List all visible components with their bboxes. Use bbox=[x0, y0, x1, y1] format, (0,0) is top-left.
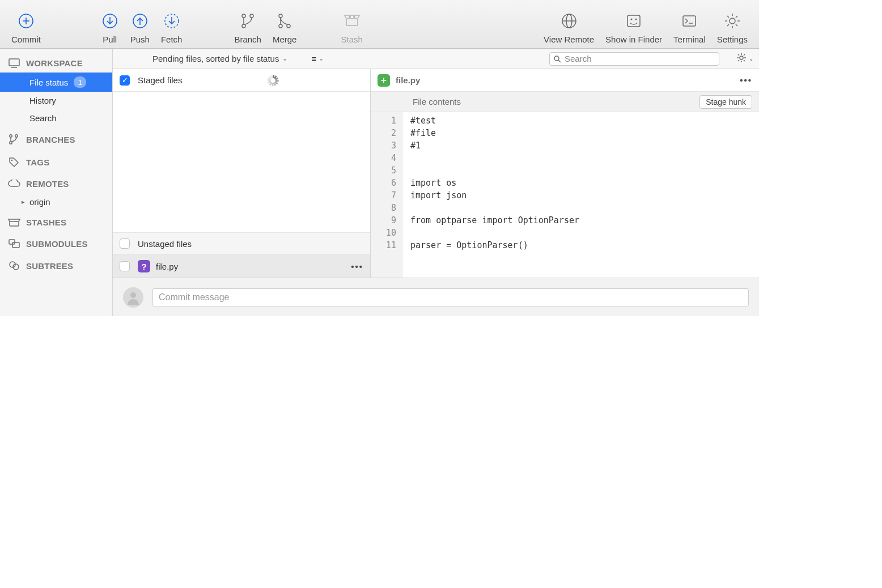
stage-hunk-button[interactable]: Stage hunk bbox=[699, 95, 752, 109]
staged-area bbox=[113, 92, 370, 232]
svg-point-40 bbox=[740, 56, 743, 59]
line-number: 6 bbox=[374, 177, 396, 189]
diff-section-label: File contents bbox=[413, 97, 461, 106]
commit-bar: Commit message bbox=[113, 278, 759, 316]
stashes-icon bbox=[8, 218, 20, 227]
show-finder-label: Show in Finder bbox=[605, 35, 662, 44]
sidebar-item-search[interactable]: Search bbox=[0, 109, 112, 127]
tags-icon bbox=[8, 156, 20, 168]
sidebar-section-subtrees[interactable]: SUBTREES bbox=[0, 253, 112, 276]
svg-point-22 bbox=[631, 18, 633, 20]
merge-label: Merge bbox=[273, 35, 297, 44]
settings-button[interactable]: Settings bbox=[711, 2, 753, 46]
sidebar-section-remotes[interactable]: REMOTES bbox=[0, 172, 112, 193]
fetch-icon bbox=[163, 8, 181, 33]
pull-button[interactable]: Pull bbox=[95, 2, 125, 46]
line-number: 7 bbox=[374, 189, 396, 202]
options-gear-button[interactable]: ⌄ bbox=[736, 53, 753, 65]
code-line: from optparse import OptionParser bbox=[410, 214, 579, 227]
stash-icon bbox=[343, 8, 361, 33]
unstaged-checkbox[interactable] bbox=[120, 238, 130, 249]
merge-button[interactable]: Merge bbox=[267, 2, 303, 46]
toolbar-right: View Remote Show in Finder Terminal Sett… bbox=[538, 2, 753, 46]
sidebar-section-stashes[interactable]: STASHES bbox=[0, 211, 112, 232]
toolbar-left: Commit Pull Push Fetch Branch bbox=[6, 2, 368, 46]
branches-title: BRANCHES bbox=[26, 135, 75, 144]
chevron-right-icon: ▸ bbox=[22, 198, 25, 206]
sidebar-item-file-status[interactable]: File status 1 bbox=[0, 73, 112, 92]
stash-label: Stash bbox=[341, 35, 362, 44]
added-badge-icon: + bbox=[378, 74, 390, 87]
pull-icon bbox=[101, 8, 119, 33]
line-number: 1 bbox=[374, 114, 396, 127]
push-button[interactable]: Push bbox=[125, 2, 155, 46]
svg-point-38 bbox=[554, 56, 559, 61]
sidebar-section-submodules[interactable]: SUBMODULES bbox=[0, 232, 112, 253]
push-label: Push bbox=[130, 35, 150, 44]
terminal-button[interactable]: Terminal bbox=[668, 2, 711, 46]
staged-checkbox[interactable]: ✓ bbox=[120, 75, 130, 86]
svg-point-29 bbox=[10, 135, 12, 137]
fetch-button[interactable]: Fetch bbox=[155, 2, 188, 46]
search-input[interactable]: Search bbox=[549, 52, 719, 66]
pending-files-label: Pending files, sorted by file status bbox=[152, 54, 279, 63]
show-finder-button[interactable]: Show in Finder bbox=[600, 2, 668, 46]
svg-point-41 bbox=[130, 292, 136, 298]
sidebar-item-history[interactable]: History bbox=[0, 92, 112, 109]
view-remote-button[interactable]: View Remote bbox=[538, 2, 600, 46]
diff-more-button[interactable]: ••• bbox=[740, 75, 752, 85]
file-checkbox[interactable] bbox=[120, 261, 130, 271]
svg-point-14 bbox=[287, 24, 290, 28]
file-row[interactable]: ? file.py ••• bbox=[113, 255, 370, 278]
diff-header: + file.py ••• bbox=[371, 69, 759, 92]
line-gutter: 1234567891011 bbox=[371, 112, 402, 278]
history-label: History bbox=[29, 96, 56, 105]
line-number: 3 bbox=[374, 139, 396, 152]
terminal-label: Terminal bbox=[673, 35, 706, 44]
code-line: #1 bbox=[410, 139, 579, 152]
svg-rect-34 bbox=[9, 240, 15, 244]
branch-button[interactable]: Branch bbox=[228, 2, 267, 46]
code-viewer: 1234567891011 #test#file#1import osimpor… bbox=[371, 112, 759, 278]
merge-icon bbox=[275, 8, 294, 33]
stash-button[interactable]: Stash bbox=[335, 2, 368, 46]
origin-label: origin bbox=[29, 197, 50, 207]
file-name: file.py bbox=[156, 262, 178, 271]
code-line: #file bbox=[410, 127, 579, 139]
remotes-icon bbox=[8, 180, 20, 189]
commit-message-input[interactable]: Commit message bbox=[152, 288, 749, 306]
svg-point-17 bbox=[353, 16, 355, 18]
svg-point-10 bbox=[250, 14, 253, 18]
toolbar: Commit Pull Push Fetch Branch bbox=[0, 0, 759, 49]
diff-panel: + file.py ••• File contents Stage hunk 1… bbox=[371, 69, 759, 278]
svg-point-11 bbox=[242, 24, 245, 28]
line-number: 11 bbox=[374, 239, 396, 252]
view-mode-dropdown[interactable]: ≡ ⌄ bbox=[311, 54, 324, 63]
push-icon bbox=[131, 8, 149, 33]
code-line: import os bbox=[410, 177, 579, 189]
diff-subheader: File contents Stage hunk bbox=[371, 92, 759, 112]
line-number: 2 bbox=[374, 127, 396, 139]
globe-icon bbox=[560, 8, 578, 33]
commit-button[interactable]: Commit bbox=[6, 2, 46, 46]
sidebar-section-branches[interactable]: BRANCHES bbox=[0, 127, 112, 150]
file-more-button[interactable]: ••• bbox=[351, 262, 363, 271]
commit-placeholder: Commit message bbox=[159, 292, 229, 302]
svg-point-12 bbox=[279, 14, 282, 18]
sidebar-item-origin[interactable]: ▸ origin bbox=[0, 193, 112, 211]
file-status-badge: 1 bbox=[74, 76, 86, 88]
svg-point-30 bbox=[15, 135, 18, 137]
svg-point-13 bbox=[279, 24, 282, 28]
pull-label: Pull bbox=[103, 35, 117, 44]
fetch-label: Fetch bbox=[161, 35, 183, 44]
code-line bbox=[410, 164, 579, 177]
unstaged-label: Unstaged files bbox=[138, 239, 192, 249]
code-lines[interactable]: #test#file#1import osimport jsonfrom opt… bbox=[402, 112, 587, 278]
pending-files-dropdown[interactable]: Pending files, sorted by file status ⌄ bbox=[152, 54, 287, 63]
sidebar-section-tags[interactable]: TAGS bbox=[0, 150, 112, 172]
remotes-title: REMOTES bbox=[26, 179, 69, 189]
user-avatar bbox=[123, 287, 143, 308]
svg-point-31 bbox=[10, 142, 12, 144]
filter-bar: Pending files, sorted by file status ⌄ ≡… bbox=[113, 49, 759, 69]
workspace-title: WORKSPACE bbox=[26, 58, 83, 68]
